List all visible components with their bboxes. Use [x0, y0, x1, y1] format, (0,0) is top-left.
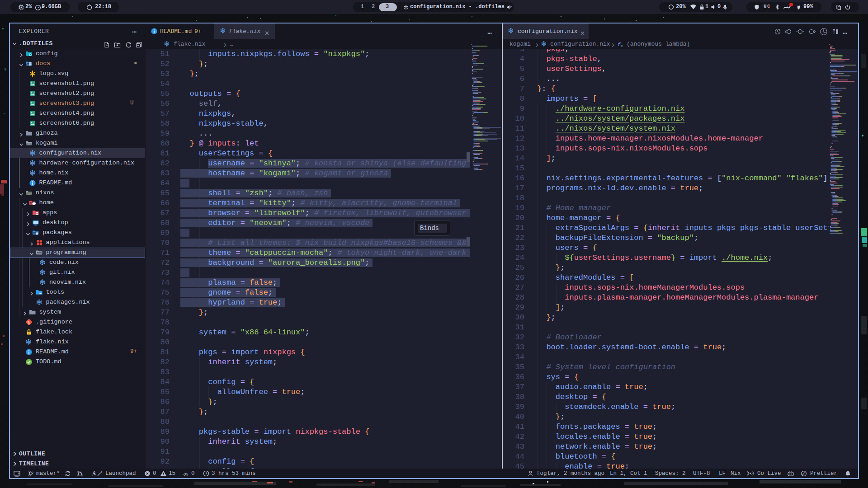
svg-text:x: x — [621, 44, 623, 47]
svg-text:f: f — [618, 42, 621, 47]
